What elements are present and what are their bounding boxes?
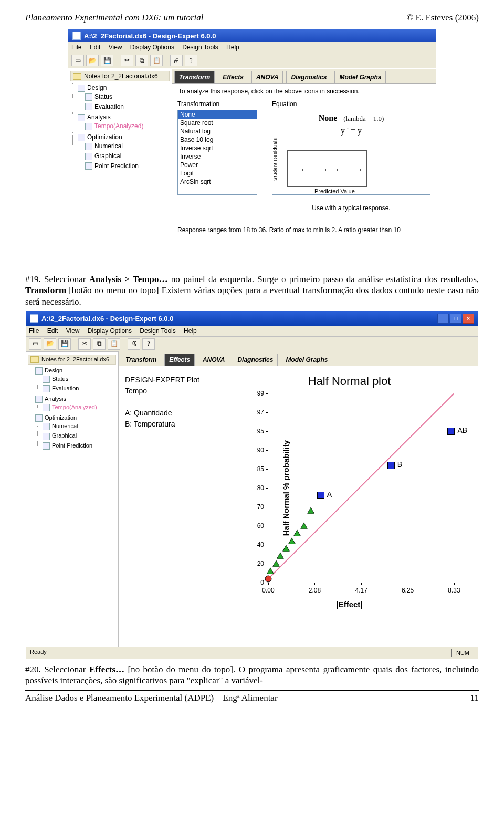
menu-display-options[interactable]: Display Options [130, 44, 174, 51]
new-icon[interactable]: ▭ [71, 55, 84, 66]
tree-evaluation[interactable]: Evaluation [43, 384, 116, 393]
statusbar: Ready NUM [26, 647, 478, 659]
menu-file[interactable]: File [71, 44, 81, 51]
menu-edit[interactable]: Edit [90, 44, 101, 51]
tree-graphical[interactable]: Graphical [43, 431, 116, 441]
tree-tempo[interactable]: Tempo(Analyzed) [85, 121, 170, 131]
tab-anova[interactable]: ANOVA [198, 354, 229, 366]
x-tick-label: 8.33 [448, 587, 460, 594]
chart-point-AB[interactable] [447, 428, 455, 435]
chart-point-B[interactable] [387, 462, 395, 469]
transform-option-base10-log[interactable]: Base 10 log [178, 136, 257, 144]
chart-point-insignificant[interactable] [277, 553, 284, 559]
copy-icon[interactable]: ⧉ [93, 338, 106, 350]
tree-root-2[interactable]: Notes for 2_2Factorial.dx6 [28, 355, 116, 365]
tree-design[interactable]: Design Status Evaluation [35, 366, 116, 394]
chart-point-insignificant[interactable] [289, 538, 295, 544]
tree-graphical[interactable]: Graphical [85, 151, 170, 161]
menu-help[interactable]: Help [226, 44, 239, 51]
transform-option-inverse-sqrt[interactable]: Inverse sqrt [178, 144, 257, 152]
tree-numerical[interactable]: Numerical [43, 422, 116, 431]
screenshot-transform: A:\2_2Factorial.dx6 - Design-Expert 6.0.… [68, 29, 436, 268]
x-tick-label: 6.25 [402, 587, 414, 594]
page-icon [43, 404, 50, 411]
chart-point-insignificant[interactable] [294, 531, 300, 536]
tab-model-graphs[interactable]: Model Graphs [281, 354, 332, 366]
transformation-listbox[interactable]: None Square root Natural log Base 10 log… [177, 110, 257, 195]
tree-evaluation[interactable]: Evaluation [85, 102, 170, 112]
eq-lambda: (lambda = 1.0) [343, 115, 384, 122]
menu-file[interactable]: File [29, 327, 39, 335]
print-icon[interactable]: 🖨 [128, 338, 140, 350]
tree-point-prediction[interactable]: Point Prediction [85, 161, 170, 171]
tree-status[interactable]: Status [85, 92, 170, 102]
menu-design-tools[interactable]: Design Tools [140, 327, 175, 335]
tab-effects[interactable]: Effects [164, 354, 195, 366]
tree-design[interactable]: Design Status Evaluation [78, 83, 170, 112]
chart-point-error[interactable] [265, 575, 272, 582]
save-icon[interactable]: 💾 [101, 55, 113, 66]
chart-point-insignificant[interactable] [308, 507, 314, 513]
miniplot-ylabel: Student Residuals [272, 138, 278, 181]
svg-line-0 [268, 393, 454, 579]
menu-display-options[interactable]: Display Options [88, 327, 132, 335]
page-icon [43, 423, 50, 430]
y-tick-label: 0 [249, 579, 264, 586]
tab-transform[interactable]: Transform [174, 71, 215, 83]
page-icon [85, 93, 92, 101]
copy-icon[interactable]: ⧉ [135, 55, 148, 66]
tree-analysis[interactable]: Analysis Tempo(Analyzed) [35, 394, 116, 413]
paste-icon[interactable]: 📋 [108, 338, 120, 350]
tab-diagnostics[interactable]: Diagnostics [286, 71, 331, 83]
paste-icon[interactable]: 📋 [150, 55, 163, 66]
page-icon [85, 153, 92, 160]
transform-option-none[interactable]: None [178, 110, 257, 119]
transform-option-arcsin-sqrt[interactable]: ArcSin sqrt [178, 178, 257, 186]
tree-optimization[interactable]: Optimization Numerical Graphical Point P… [35, 413, 116, 451]
open-icon[interactable]: 📂 [44, 338, 56, 350]
transform-option-natural-log[interactable]: Natural log [178, 127, 257, 136]
tab-effects[interactable]: Effects [218, 71, 248, 83]
tab-model-graphs[interactable]: Model Graphs [334, 71, 386, 83]
chart-point-A[interactable] [317, 492, 324, 499]
help-icon[interactable]: ? [185, 55, 197, 66]
menu-design-tools[interactable]: Design Tools [182, 44, 218, 51]
transform-option-power[interactable]: Power [178, 161, 257, 169]
tree-numerical[interactable]: Numerical [85, 141, 170, 151]
minimize-icon[interactable]: _ [437, 314, 449, 324]
chart-point-insignificant[interactable] [273, 560, 279, 566]
new-icon[interactable]: ▭ [29, 338, 41, 350]
transform-option-square-root[interactable]: Square root [178, 119, 257, 127]
tree-root[interactable]: Notes for 2_2Factorial.dx6 [70, 71, 170, 81]
chart-point-insignificant[interactable] [267, 568, 274, 574]
close-icon[interactable]: × [463, 314, 474, 324]
chart-point-insignificant[interactable] [301, 523, 307, 528]
save-icon[interactable]: 💾 [58, 338, 71, 350]
cut-icon[interactable]: ✂ [78, 338, 91, 350]
tree-point-prediction[interactable]: Point Prediction [43, 441, 116, 451]
help-icon[interactable]: ? [142, 338, 155, 350]
transform-option-inverse[interactable]: Inverse [178, 152, 257, 161]
page-icon [43, 376, 50, 383]
menu-view[interactable]: View [66, 327, 80, 335]
tree-analysis[interactable]: Analysis Tempo(Analyzed) [78, 112, 170, 132]
tab-anova[interactable]: ANOVA [251, 71, 283, 83]
tree-tempo[interactable]: Tempo(Analyzed) [43, 403, 116, 412]
transform-option-logit[interactable]: Logit [178, 169, 257, 178]
plot-meta-b: B: Temperatura [125, 419, 225, 430]
chart-point-insignificant[interactable] [283, 545, 289, 551]
print-icon[interactable]: 🖨 [170, 55, 183, 66]
half-normal-chart[interactable]: Half Normal % probability 02040607080859… [268, 393, 454, 583]
menu-help[interactable]: Help [184, 327, 197, 335]
cut-icon[interactable]: ✂ [121, 55, 133, 66]
menu-edit[interactable]: Edit [47, 327, 58, 335]
tab-diagnostics[interactable]: Diagnostics [233, 354, 278, 366]
open-icon[interactable]: 📂 [86, 55, 99, 66]
maximize-icon[interactable]: □ [450, 314, 461, 324]
tab-transform[interactable]: Transform [121, 354, 161, 366]
tree-status[interactable]: Status [43, 375, 116, 384]
footer-page: 11 [470, 693, 479, 703]
menu-view[interactable]: View [109, 44, 122, 51]
page-icon [35, 414, 43, 422]
tree-optimization[interactable]: Optimization Numerical Graphical Point P… [78, 132, 170, 172]
